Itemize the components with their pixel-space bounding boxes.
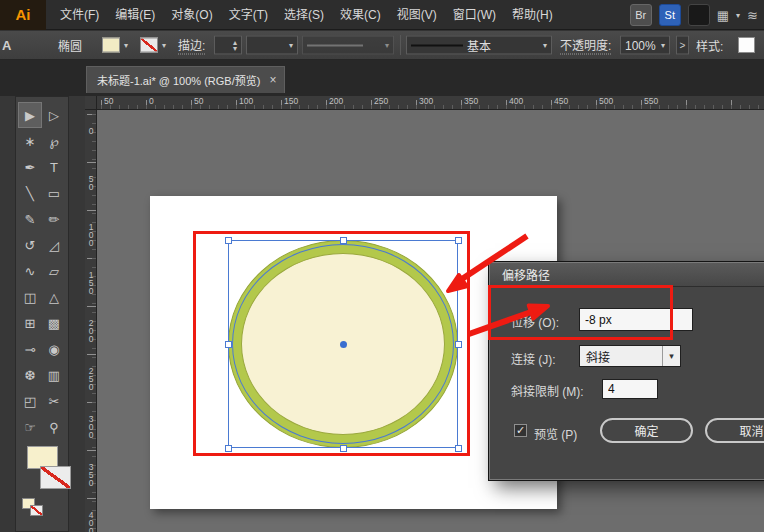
preview-label[interactable]: 预览 (P) [534,425,577,442]
perspective-grid-tool-icon[interactable]: △ [42,284,66,310]
tools-grid: ▶▷∗℘✒T╲▭✎✏↺◿∿▱◫△⊞▩⊸◉❆▥◰✂☞⚲ [18,102,66,440]
mesh-tool-icon[interactable]: ⊞ [18,310,42,336]
vruler-label: 0 [86,126,96,134]
brush-stroke-preview [411,44,463,46]
line-tool-icon[interactable]: ╲ [18,180,42,206]
hruler-label: 150 [284,96,298,106]
selection-tool-icon[interactable]: ▶ [18,102,42,128]
workspace-switcher-icon[interactable]: ▦ [717,8,729,23]
menu-item-5[interactable]: 选择(S) [276,0,332,30]
slice-tool-icon[interactable]: ✂ [42,388,66,414]
vruler-label: 400 [86,510,96,532]
chevron-down-icon: ▾ [385,41,389,50]
width-tool-icon[interactable]: ∿ [18,258,42,284]
menu-item-8[interactable]: 窗口(W) [445,0,504,30]
stroke-weight-dropdown[interactable]: ▾ [246,36,298,55]
stock-icon[interactable]: St [659,4,681,26]
swatch-dark-icon[interactable] [688,4,710,26]
menu-item-4[interactable]: 文字(T) [221,0,276,30]
lasso-tool-icon[interactable]: ℘ [42,128,66,154]
app-logo: Ai [0,0,46,30]
artboard-tool-icon[interactable]: ◰ [18,388,42,414]
hruler-label: 350 [464,96,478,106]
control-bar: A 椭圆 ▾ ▾ 描边: ▴ ▾ ▾ ▾ 基本 ▾ 不透明度: 100% ▾ >… [0,31,764,60]
brush-name-label: 基本 [467,37,491,54]
paintbrush-tool-icon[interactable]: ✎ [18,206,42,232]
menu-item-9[interactable]: 帮助(H) [504,0,561,30]
hand-tool-icon[interactable]: ☞ [18,414,42,440]
hruler-label: 100 [239,96,253,106]
magic-wand-tool-icon[interactable]: ∗ [18,128,42,154]
brush-definition-dropdown[interactable]: 基本 ▾ [406,36,552,55]
gradient-tool-icon[interactable]: ▩ [42,310,66,336]
type-tool-icon[interactable]: T [42,154,66,180]
direct-selection-tool-icon[interactable]: ▷ [42,102,66,128]
hruler-label: 50 [104,96,113,106]
preview-checkbox[interactable]: ✓ [514,424,527,437]
width-profile-preview [307,44,363,46]
document-tab[interactable]: 未标题-1.ai* @ 100% (RGB/预览) × [86,66,285,93]
blend-tool-icon[interactable]: ◉ [42,336,66,362]
free-transform-tool-icon[interactable]: ▱ [42,258,66,284]
shape-builder-tool-icon[interactable]: ◫ [18,284,42,310]
ok-button[interactable]: 确定 [600,418,693,443]
dialog-title[interactable]: 偏移路径 [490,263,764,287]
menu-item-1[interactable]: 文件(F) [52,0,107,30]
rotate-tool-icon[interactable]: ↺ [18,232,42,258]
opacity-dropdown[interactable]: 100% ▾ [620,36,670,55]
opacity-more-button[interactable]: > [676,36,689,55]
document-title: 未标题-1.ai* @ 100% (RGB/预览) [97,72,260,88]
pencil-tool-icon[interactable]: ✏ [42,206,66,232]
width-profile-dropdown[interactable]: ▾ [302,36,394,55]
stroke-weight-stepper[interactable]: ▴ ▾ [214,36,242,55]
vruler-label: 100 [86,222,96,246]
stepper-down-icon[interactable]: ▾ [233,45,237,51]
symbol-sprayer-tool-icon[interactable]: ❆ [18,362,42,388]
bridge-icon[interactable]: Br [630,4,652,26]
ruler-corner[interactable] [85,96,97,110]
fill-caret-icon[interactable]: ▾ [124,41,128,50]
chevron-down-icon: ▾ [289,41,293,50]
document-tab-bar: 未标题-1.ai* @ 100% (RGB/预览) × [0,60,764,96]
chevron-down-icon: ▾ [662,346,680,366]
hruler-label: 500 [599,96,613,106]
stroke-swatch-indicator[interactable] [40,466,71,489]
close-icon[interactable]: × [269,73,276,87]
menu-item-6[interactable]: 效果(C) [332,0,389,30]
menu-items: 文件(F)编辑(E)对象(O)文字(T)选择(S)效果(C)视图(V)窗口(W)… [52,0,561,30]
menu-item-2[interactable]: 编辑(E) [107,0,163,30]
hruler-label: 250 [374,96,388,106]
eyedropper-tool-icon[interactable]: ⊸ [18,336,42,362]
opacity-label[interactable]: 不透明度: [560,36,611,55]
cs-live-icon[interactable]: ≋ [747,8,758,23]
chevron-down-icon: ▾ [543,41,547,50]
hruler-label: 200 [329,96,343,106]
cancel-button[interactable]: 取消 [705,418,764,443]
miter-limit-input[interactable] [602,379,658,399]
stroke-weight-label[interactable]: 描边: [178,36,205,55]
style-label: 样式: [696,37,723,54]
hruler-label: 450 [554,96,568,106]
menu-item-7[interactable]: 视图(V) [389,0,445,30]
rectangle-tool-icon[interactable]: ▭ [42,180,66,206]
tools-dock: « ▶▷∗℘✒T╲▭✎✏↺◿∿▱◫△⊞▩⊸◉❆▥◰✂☞⚲ [0,96,85,532]
zoom-tool-icon[interactable]: ⚲ [42,414,66,440]
miter-limit-label: 斜接限制 (M): [511,382,584,399]
ruler-vertical: 050100150200250300350400 [85,110,97,532]
mini-stroke-swatch[interactable] [30,505,43,516]
chevron-down-icon[interactable]: ▾ [736,11,740,20]
scale-tool-icon[interactable]: ◿ [42,232,66,258]
stroke-caret-icon[interactable]: ▾ [162,41,166,50]
hruler-label: 400 [509,96,523,106]
menu-item-3[interactable]: 对象(O) [163,0,220,30]
style-swatch[interactable] [738,37,755,53]
ruler-horizontal: 50050100150200250300350400450500550 [97,96,764,110]
stroke-color-swatch[interactable] [140,38,158,53]
join-dropdown[interactable]: 斜接 ▾ [579,345,681,367]
menu-bar-right: Br St ▦ ▾ ≋ [630,4,758,26]
pen-tool-icon[interactable]: ✒ [18,154,42,180]
column-graph-tool-icon[interactable]: ▥ [42,362,66,388]
hruler-label: 550 [644,96,658,106]
join-label: 连接 (J): [511,350,556,367]
fill-color-swatch[interactable] [102,38,120,53]
